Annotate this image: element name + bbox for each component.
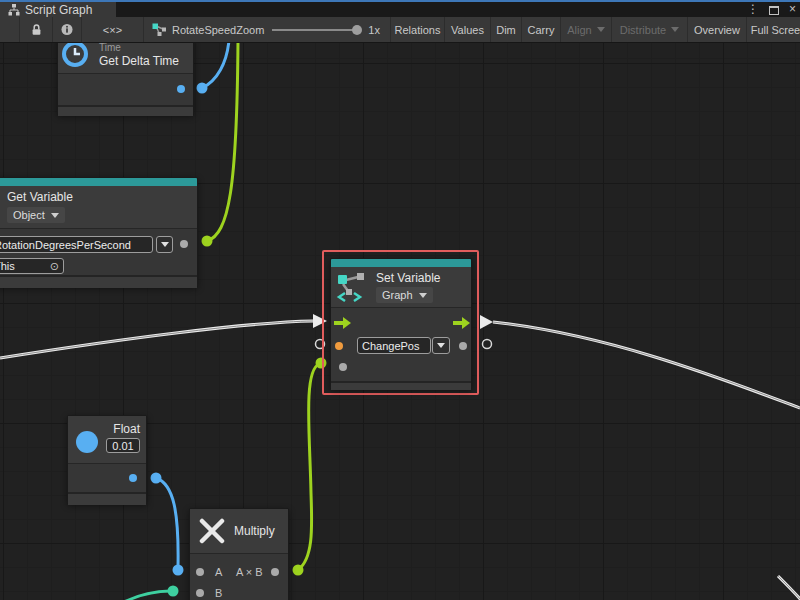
breadcrumb-label: RotateSpeed <box>172 24 236 36</box>
tab-script-graph[interactable]: Script Graph <box>0 2 116 17</box>
variable-kind-dropdown[interactable]: Graph <box>376 287 433 303</box>
button-full-screen[interactable]: Full Screen <box>747 17 800 42</box>
breadcrumb[interactable]: RotateSpeed <box>152 23 236 36</box>
value-output-port[interactable] <box>459 342 467 350</box>
node-footer <box>58 107 193 116</box>
code-toggle-label: <×> <box>103 24 122 36</box>
control-arrow-in[interactable] <box>313 314 327 328</box>
button-distribute: Distribute <box>612 17 688 42</box>
node-header: Float 0.01 <box>68 416 146 463</box>
maximize-icon[interactable] <box>769 1 779 19</box>
node-header: Time Get Delta Time <box>58 43 193 73</box>
button-carry[interactable]: Carry <box>522 17 561 42</box>
graph-toolbar: <×> RotateSpeed Zoom 1x <box>0 17 800 43</box>
node-title: Set Variable <box>376 271 440 285</box>
node-body <box>58 73 193 105</box>
info-button[interactable] <box>53 17 82 42</box>
zoom-label: Zoom <box>236 24 264 36</box>
maximize-box <box>769 6 779 15</box>
chevron-down-icon <box>51 213 59 218</box>
node-title: Get Delta Time <box>99 54 179 68</box>
node-footer <box>68 494 146 505</box>
node-header: Set Variable Graph <box>331 267 471 307</box>
output-port[interactable] <box>271 568 279 576</box>
node-title: Multiply <box>234 524 275 538</box>
float-value-field[interactable]: 0.01 <box>106 438 140 453</box>
info-icon <box>61 23 73 36</box>
wire-float-to-multiply-a <box>156 478 178 567</box>
node-get-delta-time[interactable]: Time Get Delta Time <box>57 43 194 115</box>
node-footer <box>331 383 471 390</box>
input-port-a[interactable] <box>196 568 204 576</box>
wire-endpoint-dot[interactable] <box>202 236 213 247</box>
node-float[interactable]: Float 0.01 <box>67 415 147 504</box>
wire-to-multiply-b <box>122 591 170 600</box>
output-port[interactable] <box>129 474 137 482</box>
zoom-slider-handle[interactable] <box>352 25 362 35</box>
variable-name-field[interactable]: ChangePos <box>357 337 431 354</box>
control-output-arrow[interactable] <box>453 317 470 329</box>
control-wire-corner <box>778 576 800 600</box>
close-icon[interactable]: × <box>789 2 796 17</box>
code-toggle-button[interactable]: <×> <box>82 17 144 42</box>
node-title: Get Variable <box>7 190 73 204</box>
window-controls: ⋮ × <box>747 2 796 17</box>
port-label-a: A <box>215 566 222 578</box>
value-input-port[interactable] <box>335 342 343 350</box>
node-body: RotationDegreesPerSecond This ⊙ <box>0 228 197 275</box>
button-overview[interactable]: Overview <box>688 17 747 42</box>
control-wire-right <box>493 322 800 408</box>
zoom-control: Zoom 1x <box>236 24 384 36</box>
chevron-down-icon <box>161 242 169 247</box>
hollow-port-ring <box>483 340 492 349</box>
lock-button[interactable] <box>20 17 53 42</box>
wire-endpoint-dot[interactable] <box>316 358 327 369</box>
variable-kind-dropdown[interactable]: Object <box>7 207 65 223</box>
chevron-down-icon <box>597 27 605 32</box>
node-header: Get Variable Object <box>0 186 197 228</box>
node-title: Float <box>113 422 140 436</box>
object-picker-icon[interactable]: ⊙ <box>50 260 59 273</box>
node-header: Multiply <box>190 509 288 553</box>
wire-endpoint-dot[interactable] <box>151 473 162 484</box>
menu-icon[interactable]: ⋮ <box>747 2 759 17</box>
wire-endpoint-dot[interactable] <box>168 586 179 597</box>
wire-endpoint-dot[interactable] <box>197 83 208 94</box>
chevron-down-icon <box>437 343 445 348</box>
input-port-b[interactable] <box>196 589 204 597</box>
hollow-port-ring <box>316 340 325 349</box>
control-arrow-out[interactable] <box>480 315 493 329</box>
output-port[interactable] <box>177 85 185 93</box>
graph-icon <box>8 4 20 16</box>
port-label-output: A × B <box>236 566 263 578</box>
wire-multiply-to-setvariable <box>298 364 319 570</box>
variable-name-dropdown-button[interactable] <box>156 236 173 253</box>
node-body: ChangePos <box>331 307 471 381</box>
graph-canvas[interactable]: Time Get Delta Time Get Variable Object … <box>0 43 800 600</box>
node-multiply[interactable]: Multiply A A × B B <box>189 508 289 600</box>
wire-endpoint-dot[interactable] <box>173 565 184 576</box>
source-field[interactable]: This ⊙ <box>0 258 64 274</box>
node-get-variable[interactable]: Get Variable Object RotationDegreesPerSe… <box>0 177 198 287</box>
control-wire-left <box>0 321 313 358</box>
graph-node-icon <box>152 23 167 36</box>
variable-name-field[interactable]: RotationDegreesPerSecond <box>0 236 153 253</box>
node-accent-bar <box>0 178 197 186</box>
button-relations[interactable]: Relations <box>391 17 445 42</box>
control-input-arrow[interactable] <box>334 317 351 329</box>
zoom-value: 1x <box>368 24 380 36</box>
zoom-slider[interactable] <box>272 25 360 35</box>
button-dim[interactable]: Dim <box>491 17 522 42</box>
unity-visual-scripting-window: Script Graph ⋮ × <×> <box>0 0 800 600</box>
tab-label: Script Graph <box>25 3 92 17</box>
chevron-down-icon <box>671 27 679 32</box>
wire-endpoint-dot[interactable] <box>293 565 304 576</box>
node-set-variable[interactable]: Set Variable Graph ChangePos <box>330 258 472 389</box>
multiply-icon <box>199 518 225 544</box>
value-input-port[interactable] <box>339 363 347 371</box>
output-port[interactable] <box>180 240 188 248</box>
variable-name-dropdown-button[interactable] <box>432 337 450 354</box>
lock-icon <box>31 24 42 36</box>
node-category: Time <box>99 43 121 53</box>
button-values[interactable]: Values <box>445 17 491 42</box>
